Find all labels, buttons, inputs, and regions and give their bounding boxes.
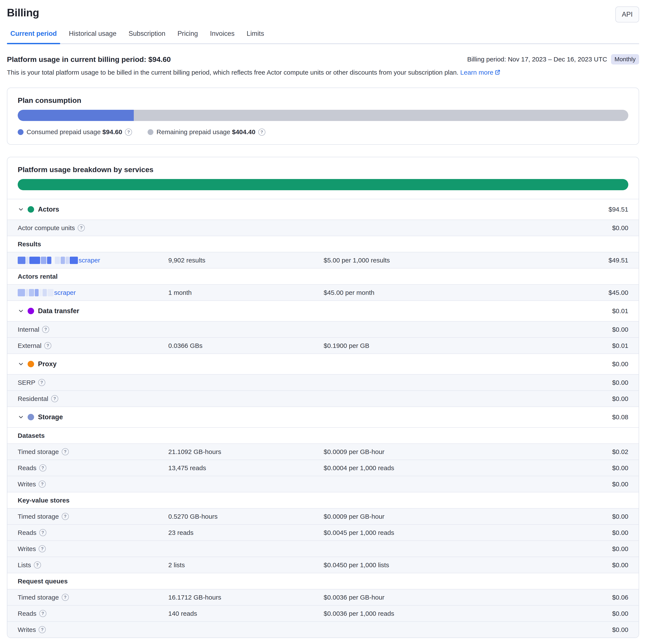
actor-link[interactable]: scraper (54, 289, 76, 296)
unit-price-cell: $0.0004 per 1,000 reads (324, 464, 612, 472)
tab-limits[interactable]: Limits (243, 30, 267, 43)
help-icon[interactable] (44, 342, 51, 349)
unit-price-cell: $0.0009 per GB-hour (324, 513, 612, 520)
usage-breakdown-title: Platform usage breakdown by services (18, 165, 628, 174)
section-row-actors[interactable]: Actors$94.51 (7, 199, 639, 220)
actor-link[interactable]: scraper (79, 257, 100, 264)
help-icon[interactable] (34, 561, 41, 568)
help-icon[interactable] (39, 481, 46, 488)
page-header: Billing API (7, 6, 639, 22)
item-row-timed-storage: Timed storage0.5270 GB-hours$0.0009 per … (7, 508, 639, 524)
tab-current-period[interactable]: Current period (7, 30, 60, 43)
help-icon[interactable] (62, 448, 69, 455)
period-row: Platform usage in current billing period… (7, 54, 639, 65)
subheader-row-results: Results (7, 236, 639, 252)
section-label: Data transfer (38, 307, 79, 315)
help-icon[interactable] (125, 129, 132, 136)
tab-subscription[interactable]: Subscription (125, 30, 169, 43)
usage-cell: 16.1712 GB-hours (168, 594, 324, 601)
page-title: Billing (7, 6, 39, 19)
unit-price-cell: $0.1900 per GB (324, 342, 612, 349)
help-icon[interactable] (39, 529, 46, 536)
billing-cycle-badge: Monthly (611, 54, 639, 65)
item-row-external: External0.0366 GBs$0.1900 per GB$0.01 (7, 337, 639, 354)
item-row-lists: Lists2 lists$0.0450 per 1,000 lists$0.00 (7, 557, 639, 573)
item-label: Residental (18, 395, 48, 402)
amount-cell: $0.00 (612, 224, 628, 232)
amount-cell: $0.00 (612, 513, 628, 520)
redacted-text-block (42, 289, 47, 296)
item-row-writes: Writes$0.00 (7, 540, 639, 557)
amount-cell: $0.06 (612, 594, 628, 601)
tab-pricing[interactable]: Pricing (174, 30, 201, 43)
item-row-writes: Writes$0.00 (7, 621, 639, 638)
actors-dot (28, 206, 34, 213)
item-row-actor-compute-units: Actor compute units$0.00 (7, 220, 639, 236)
item-label: Timed storage (18, 513, 59, 520)
section-row-proxy[interactable]: Proxy$0.00 (7, 354, 639, 374)
consumed-value: $94.60 (103, 128, 122, 136)
redacted-text-block (39, 289, 42, 296)
learn-more-link[interactable]: Learn more (460, 69, 501, 76)
help-icon[interactable] (62, 513, 69, 520)
item-label: Reads (18, 464, 36, 472)
unit-price-cell: $0.0450 per 1,000 lists (324, 561, 612, 569)
redacted-text-block (26, 289, 28, 296)
help-icon[interactable] (258, 129, 265, 136)
help-icon[interactable] (39, 626, 46, 633)
section-amount: $0.01 (612, 307, 628, 315)
data-transfer-dot (28, 308, 34, 314)
storage-dot (28, 414, 34, 420)
redacted-text-block (41, 257, 46, 264)
amount-cell: $45.00 (609, 289, 628, 296)
item-row-internal: Internal$0.00 (7, 321, 639, 337)
help-icon[interactable] (78, 224, 85, 231)
plan-legend: Consumed prepaid usage $94.60 Remaining … (18, 128, 628, 136)
subheader-row-key-value-stores: Key-value stores (7, 492, 639, 508)
external-link-icon (495, 69, 501, 77)
amount-cell: $0.00 (612, 481, 628, 488)
usage-cell: 9,902 results (168, 257, 324, 264)
api-button[interactable]: API (615, 6, 639, 22)
redacted-text-block (18, 289, 25, 296)
plan-consumption-title: Plan consumption (18, 96, 628, 105)
unit-price-cell: $45.00 per month (324, 289, 609, 296)
help-icon[interactable] (39, 545, 46, 552)
item-label: Writes (18, 626, 36, 633)
section-row-storage[interactable]: Storage$0.08 (7, 406, 639, 427)
tab-historical-usage[interactable]: Historical usage (66, 30, 120, 43)
unit-price-cell: $5.00 per 1,000 results (324, 257, 609, 264)
usage-cell: 23 reads (168, 529, 324, 536)
item-row-actor-scraper: scraper9,902 results$5.00 per 1,000 resu… (7, 252, 639, 268)
help-icon[interactable] (38, 379, 45, 386)
period-description: This is your total platform usage to be … (7, 69, 639, 77)
period-heading: Platform usage in current billing period… (7, 55, 171, 63)
usage-cell: 0.0366 GBs (168, 342, 324, 349)
section-label: Storage (38, 413, 63, 421)
redacted-text-block (18, 257, 25, 264)
item-row-timed-storage: Timed storage16.1712 GB-hours$0.0036 per… (7, 589, 639, 605)
item-label: Internal (18, 326, 39, 333)
subheader-label: Request queues (18, 577, 68, 585)
item-row-writes: Writes$0.00 (7, 476, 639, 492)
help-icon[interactable] (42, 326, 49, 333)
tab-invoices[interactable]: Invoices (207, 30, 238, 43)
section-row-data-transfer[interactable]: Data transfer$0.01 (7, 300, 639, 321)
plan-consumption-card: Plan consumption Consumed prepaid usage … (7, 88, 639, 145)
help-icon[interactable] (39, 464, 46, 472)
billing-period-text: Billing period: Nov 17, 2023 – Dec 16, 2… (467, 55, 607, 63)
amount-cell: $0.00 (612, 379, 628, 386)
amount-cell: $49.51 (609, 257, 628, 264)
item-label: Timed storage (18, 448, 59, 456)
help-icon[interactable] (62, 594, 69, 601)
help-icon[interactable] (51, 395, 58, 402)
usage-table: Actors$94.51Actor compute units$0.00Resu… (7, 199, 639, 638)
amount-cell: $0.00 (612, 610, 628, 617)
item-label: Timed storage (18, 594, 59, 601)
help-icon[interactable] (39, 610, 46, 617)
unit-price-cell: $0.0036 per 1,000 reads (324, 610, 612, 617)
chevron-down-icon (18, 414, 24, 420)
redacted-text-block (47, 289, 53, 296)
usage-breakdown-card: Platform usage breakdown by services Act… (7, 157, 639, 638)
amount-cell: $0.00 (612, 395, 628, 402)
